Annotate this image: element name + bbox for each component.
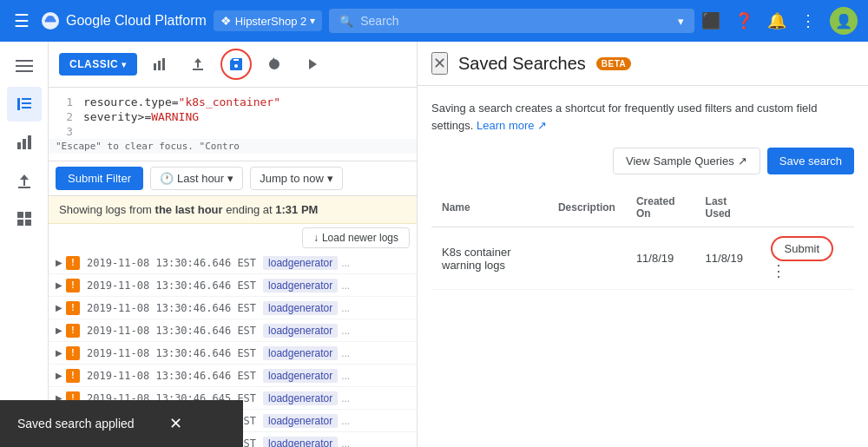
col-actions (760, 188, 854, 227)
time-dropdown-icon: ▾ (227, 172, 233, 185)
save-search-button[interactable]: Save search (767, 148, 854, 174)
row-expand-icon[interactable]: ▶ (56, 325, 62, 335)
severity-icon: ! (66, 346, 80, 360)
classic-button[interactable]: CLASSIC ▾ (59, 53, 137, 76)
help-icon[interactable]: ❓ (734, 11, 753, 30)
log-timestamp: 2019-11-08 13:30:46.646 EST (87, 257, 256, 269)
col-description: Description (548, 188, 626, 227)
code-editor[interactable]: 1 resource.type="k8s_container" 2 severi… (49, 88, 417, 161)
view-sample-queries-button[interactable]: View Sample Queries ↗ (613, 148, 760, 174)
right-panel-body: Saving a search creates a shortcut for f… (418, 86, 868, 447)
search-bar[interactable]: 🔍 ▾ (329, 9, 694, 33)
row-expand-icon[interactable]: ▶ (56, 303, 62, 312)
table-row[interactable]: ▶ ! 2019-11-08 13:30:46.646 EST loadgene… (49, 252, 417, 274)
search-dropdown-icon[interactable]: ▾ (678, 15, 684, 28)
row-expand-icon[interactable]: ▶ (56, 280, 62, 290)
user-avatar[interactable]: 👤 (830, 7, 858, 35)
svg-rect-15 (25, 220, 31, 226)
toast-close-button[interactable]: ✕ (169, 414, 182, 433)
project-selector[interactable]: ❖ HipsterShop 2 ▾ (214, 10, 322, 31)
save-icon-button[interactable] (220, 49, 252, 80)
severity-icon: ! (66, 324, 80, 338)
log-ellipsis: ... (341, 325, 350, 337)
search-last-used: 11/8/19 (695, 227, 760, 290)
project-name: HipsterShop 2 (235, 15, 306, 28)
log-tag: loadgenerator (263, 391, 338, 405)
panel-description: Saving a search creates a shortcut for f… (431, 100, 854, 134)
load-newer-button[interactable]: ↓ Load newer logs (302, 227, 410, 248)
row-expand-icon[interactable]: ▶ (56, 258, 62, 267)
row-expand-icon[interactable]: ▶ (56, 348, 62, 358)
severity-icon: ! (66, 256, 80, 270)
table-row[interactable]: ▶ ! 2019-11-08 13:30:46.646 EST loadgene… (49, 319, 417, 342)
col-last-used: Last Used (695, 188, 760, 227)
svg-rect-2 (16, 65, 33, 67)
table-row[interactable]: ▶ ! 2019-11-08 13:30:46.646 EST loadgene… (49, 274, 417, 297)
app-title: Google Cloud Platform (66, 13, 207, 29)
toast-message: Saved search applied (17, 417, 135, 431)
svg-rect-20 (193, 69, 203, 70)
time-clock-icon: 🕐 (160, 172, 174, 185)
jump-to-now-button[interactable]: Jump to now ▾ (250, 167, 343, 190)
severity-icon: ! (66, 301, 80, 315)
right-panel: ✕ Saved Searches BETA Saving a search cr… (417, 42, 868, 447)
table-row[interactable]: ▶ ! 2019-11-08 13:30:46.646 EST loadgene… (49, 342, 417, 365)
external-link-icon: ↗ (738, 154, 747, 168)
more-search-options-icon[interactable]: ⋮ (771, 262, 786, 279)
sidebar-item-menu[interactable] (7, 49, 42, 83)
log-ellipsis: ... (341, 370, 350, 382)
log-ellipsis: ... (341, 302, 350, 314)
svg-rect-12 (17, 212, 23, 218)
jump-dropdown-icon: ▾ (327, 172, 333, 185)
svg-rect-3 (16, 70, 33, 72)
submit-search-button[interactable]: Submit (771, 236, 833, 261)
log-ellipsis: ... (341, 415, 350, 427)
log-summary: Showing logs from the last hour ending a… (49, 196, 417, 224)
time-label: Last hour (177, 172, 224, 185)
more-options-icon[interactable]: ⋮ (800, 11, 816, 30)
table-row[interactable]: ▶ ! 2019-11-08 13:30:46.646 EST loadgene… (49, 297, 417, 319)
log-tag: loadgenerator (263, 324, 338, 338)
beta-badge: BETA (596, 57, 631, 70)
nav-icons: ⬛ ❓ 🔔 ⋮ 👤 (701, 7, 858, 35)
svg-rect-14 (17, 220, 23, 226)
log-tag: loadgenerator (263, 346, 338, 360)
search-created-on: 11/8/19 (626, 227, 695, 290)
top-nav: ☰ Google Cloud Platform ❖ HipsterShop 2 … (0, 0, 868, 42)
time-filter-button[interactable]: 🕐 Last hour ▾ (150, 167, 243, 190)
sidebar-item-upload[interactable] (7, 163, 42, 198)
content-area: CLASSIC ▾ 1 resource.type="k8s_ (49, 42, 417, 447)
submit-filter-button[interactable]: Submit Filter (56, 167, 143, 190)
svg-rect-19 (162, 58, 165, 70)
play-icon-button[interactable] (297, 49, 328, 80)
close-panel-button[interactable]: ✕ (431, 52, 448, 75)
notifications-icon[interactable]: 🔔 (767, 11, 786, 30)
log-ellipsis: ... (341, 392, 350, 404)
svg-rect-10 (28, 135, 31, 149)
sidebar-item-charts[interactable] (7, 125, 42, 160)
learn-more-link[interactable]: Learn more ↗ (477, 119, 547, 132)
sidebar-item-dashboard[interactable] (7, 201, 42, 236)
panel-title: Saved Searches (458, 54, 586, 74)
filter-bar: Submit Filter 🕐 Last hour ▾ Jump to now … (49, 161, 417, 196)
search-input[interactable] (360, 14, 671, 28)
terminal-icon[interactable]: ⬛ (701, 11, 720, 30)
svg-rect-13 (25, 212, 31, 218)
toolbar: CLASSIC ▾ (49, 42, 417, 88)
row-expand-icon[interactable]: ▶ (56, 371, 62, 380)
bar-chart-icon-button[interactable] (144, 49, 175, 80)
table-row[interactable]: ▶ ! 2019-11-08 13:30:46.646 EST loadgene… (49, 365, 417, 387)
code-line-2: 2 severity>=WARNING (49, 109, 417, 124)
upload-icon-button[interactable] (182, 49, 214, 80)
log-tag: loadgenerator (263, 437, 338, 448)
load-newer-bar: ↓ Load newer logs (49, 224, 417, 252)
log-ellipsis: ... (341, 347, 350, 359)
panel-actions: View Sample Queries ↗ Save search (431, 148, 854, 174)
search-icon: 🔍 (339, 15, 353, 28)
sidebar-item-logs[interactable] (7, 87, 42, 122)
svg-rect-11 (18, 187, 30, 188)
main-layout: CLASSIC ▾ 1 resource.type="k8s_ (0, 42, 868, 447)
refresh-icon-button[interactable] (259, 49, 290, 80)
col-name: Name (431, 188, 548, 227)
hamburger-menu-icon[interactable]: ☰ (10, 7, 33, 35)
